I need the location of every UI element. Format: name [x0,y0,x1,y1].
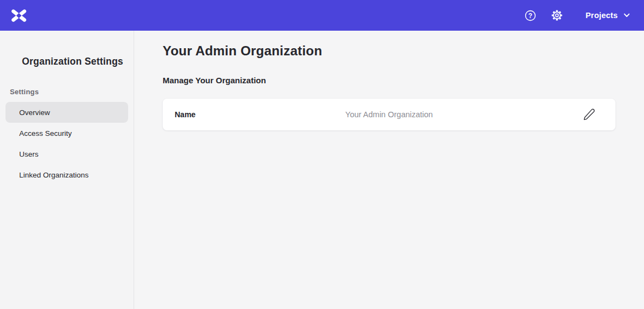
sidebar: Organization Settings Settings Overview … [0,31,134,309]
projects-label: Projects [585,11,618,20]
topbar: ? Projects [0,0,644,31]
sidebar-section-label: Settings [10,88,134,96]
pencil-icon [583,108,595,121]
sidebar-item-overview[interactable]: Overview [5,102,128,123]
page-title: Your Admin Organization [163,43,616,59]
settings-button[interactable] [551,9,563,21]
manage-section-title: Manage Your Organization [163,76,616,85]
svg-text:?: ? [528,12,532,19]
organization-name-card: Name Your Admin Organization [163,99,616,130]
main-content: Your Admin Organization Manage Your Orga… [135,31,644,309]
projects-menu-button[interactable]: Projects [585,11,630,20]
gear-icon [551,9,563,21]
organization-name-value: Your Admin Organization [163,110,616,119]
help-icon: ? [525,10,536,21]
sidebar-item-users[interactable]: Users [5,144,128,164]
sidebar-item-access-security[interactable]: Access Security [5,123,128,144]
sidebar-title: Organization Settings [0,31,134,67]
brand-logo-button[interactable] [10,8,28,24]
topbar-actions: ? Projects [525,9,630,21]
chevron-down-icon [624,13,630,18]
edit-name-button[interactable] [581,107,597,123]
sidebar-nav: Overview Access Security Users Linked Or… [5,102,128,185]
help-button[interactable]: ? [525,10,536,21]
brand-x-logo-icon [11,9,27,22]
sidebar-item-linked-organizations[interactable]: Linked Organizations [5,164,128,185]
